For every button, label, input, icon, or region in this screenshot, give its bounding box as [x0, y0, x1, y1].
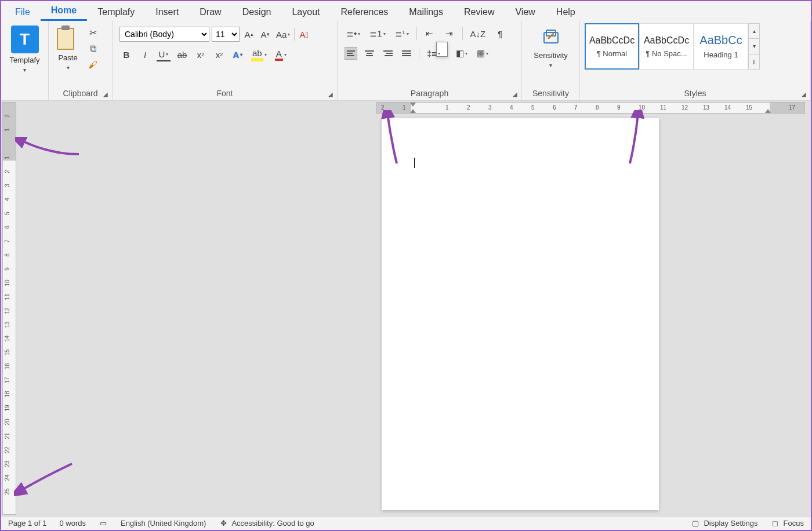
- paragraph-group-label: Paragraph: [342, 89, 517, 99]
- style-heading-1[interactable]: AaBbCc Heading 1: [694, 23, 748, 70]
- status-words[interactable]: 0 words: [60, 519, 86, 528]
- align-right-button[interactable]: [382, 47, 394, 60]
- font-launcher[interactable]: ◢: [327, 90, 335, 98]
- status-accessibility[interactable]: ✥Accessibility: Good to go: [219, 519, 314, 528]
- tab-help[interactable]: Help: [546, 3, 586, 21]
- chevron-down-icon: ▾: [549, 62, 552, 68]
- styles-scroll[interactable]: ▴ ▾ ⦊: [748, 23, 760, 70]
- borders-button[interactable]: ▦: [475, 46, 490, 60]
- style-no-spacing[interactable]: AaBbCcDc ¶ No Spac...: [639, 23, 694, 70]
- group-font: Calibri (Body) 11 A▴ A▾ Aa A⃠ B I U ab x…: [113, 21, 338, 100]
- status-page[interactable]: Page 1 of 1: [8, 519, 47, 528]
- tab-layout[interactable]: Layout: [281, 3, 330, 21]
- line-spacing-button[interactable]: ‡≡: [425, 46, 442, 60]
- font-name-select[interactable]: Calibri (Body): [119, 27, 209, 42]
- multilevel-button[interactable]: ≣¹: [393, 27, 411, 41]
- align-center-button[interactable]: [363, 47, 376, 60]
- tab-references[interactable]: References: [330, 3, 398, 21]
- annotation-arrow: [14, 461, 78, 496]
- styles-up-icon[interactable]: ▴: [749, 24, 759, 39]
- decrease-indent-button[interactable]: ⇤: [423, 27, 437, 41]
- subscript-button[interactable]: x2: [194, 48, 208, 61]
- clipboard-group-label: Clipboard: [53, 89, 107, 99]
- tab-mailings[interactable]: Mailings: [398, 3, 454, 21]
- format-painter-icon[interactable]: 🖌: [87, 59, 99, 71]
- align-left-button[interactable]: [345, 47, 357, 60]
- document-workspace: L 211234567891011121314151718 2112345678…: [2, 102, 810, 515]
- grow-font-button[interactable]: A▴: [242, 27, 256, 41]
- templafy-button[interactable]: T Templafy ▾: [6, 23, 43, 75]
- group-styles: AaBbCcDc ¶ Normal AaBbCcDc ¶ No Spac... …: [580, 21, 811, 100]
- numbering-button[interactable]: ≣1: [368, 27, 387, 41]
- text-cursor: [414, 158, 415, 168]
- right-indent-marker[interactable]: [765, 109, 771, 113]
- style-normal[interactable]: AaBbCcDc ¶ Normal: [585, 23, 639, 70]
- bold-button[interactable]: B: [119, 48, 133, 61]
- font-group-label: Font: [117, 89, 332, 99]
- tab-design[interactable]: Design: [232, 3, 282, 21]
- group-paragraph: ≣• ≣1 ≣¹ ⇤ ⇥ A↓Z ¶ ‡≡ ◧ ▦: [338, 21, 522, 100]
- bullets-button[interactable]: ≣•: [345, 27, 362, 41]
- paste-label: Paste: [58, 53, 77, 62]
- ribbon-tabs: File Home Templafy Insert Draw Design La…: [1, 1, 811, 21]
- styles-launcher[interactable]: ◢: [800, 90, 808, 98]
- strikethrough-button[interactable]: ab: [175, 48, 189, 61]
- annotation-arrow: [15, 137, 85, 160]
- ribbon: T Templafy ▾ Paste ▾ ✂ ⧉ 🖌 Clipboard ◢: [1, 21, 811, 101]
- tab-draw[interactable]: Draw: [189, 3, 231, 21]
- styles-group-label: Styles: [585, 89, 806, 99]
- tab-file[interactable]: File: [5, 3, 41, 21]
- status-spellcheck[interactable]: ▭: [99, 519, 108, 528]
- status-bar: Page 1 of 1 0 words ▭ English (United Ki…: [1, 516, 811, 530]
- templafy-icon: T: [11, 26, 39, 53]
- group-templafy: T Templafy ▾: [1, 21, 49, 100]
- styles-expand-icon[interactable]: ⦊: [749, 54, 759, 69]
- display-icon: ▢: [691, 519, 700, 528]
- underline-button[interactable]: U: [157, 48, 171, 61]
- highlight-button[interactable]: ab: [249, 48, 269, 61]
- paste-icon: [57, 26, 79, 51]
- clear-formatting-button[interactable]: A⃠: [297, 27, 311, 41]
- status-language[interactable]: English (United Kingdom): [121, 519, 206, 528]
- font-size-select[interactable]: 11: [212, 27, 240, 42]
- font-color-button[interactable]: A: [273, 48, 288, 61]
- text-effects-button[interactable]: A: [231, 48, 245, 61]
- shrink-font-button[interactable]: A▾: [258, 27, 272, 41]
- show-marks-button[interactable]: ¶: [493, 27, 507, 41]
- superscript-button[interactable]: x2: [212, 48, 226, 61]
- paragraph-launcher[interactable]: ◢: [511, 90, 519, 98]
- status-focus[interactable]: ◻Focus: [771, 519, 804, 528]
- tab-home[interactable]: Home: [41, 2, 87, 21]
- styles-down-icon[interactable]: ▾: [749, 39, 759, 54]
- vertical-ruler[interactable]: 2112345678910111213141516171819202122232…: [2, 102, 16, 515]
- status-display-settings[interactable]: ▢Display Settings: [691, 519, 757, 528]
- shading-button[interactable]: ◧: [454, 46, 469, 60]
- group-clipboard: Paste ▾ ✂ ⧉ 🖌 Clipboard ◢: [49, 21, 113, 100]
- tab-review[interactable]: Review: [454, 3, 505, 21]
- tab-templafy[interactable]: Templafy: [87, 3, 145, 21]
- focus-icon: ◻: [771, 519, 780, 528]
- italic-button[interactable]: I: [138, 48, 152, 61]
- templafy-label: Templafy: [9, 56, 39, 64]
- tab-insert[interactable]: Insert: [145, 3, 189, 21]
- increase-indent-button[interactable]: ⇥: [443, 27, 456, 41]
- sensitivity-group-label: Sensitivity: [527, 89, 575, 99]
- change-case-button[interactable]: Aa: [274, 27, 292, 41]
- paste-button[interactable]: Paste ▾: [53, 23, 82, 73]
- sensitivity-button[interactable]: Sensitivity ▾: [530, 23, 571, 71]
- copy-icon[interactable]: ⧉: [87, 43, 99, 54]
- clipboard-launcher[interactable]: ◢: [102, 90, 110, 98]
- sensitivity-icon: [539, 26, 563, 49]
- hanging-indent-marker[interactable]: [410, 109, 416, 113]
- justify-button[interactable]: [400, 47, 413, 60]
- sort-button[interactable]: A↓Z: [469, 27, 488, 41]
- cut-icon[interactable]: ✂: [87, 27, 99, 38]
- chevron-down-icon: ▾: [67, 64, 70, 71]
- horizontal-ruler[interactable]: 211234567891011121314151718: [376, 102, 805, 114]
- document-page[interactable]: [382, 118, 659, 510]
- group-sensitivity: Sensitivity ▾ Sensitivity: [522, 21, 580, 100]
- first-line-indent-marker[interactable]: [410, 103, 416, 107]
- tab-view[interactable]: View: [505, 3, 545, 21]
- sensitivity-label: Sensitivity: [534, 51, 568, 60]
- chevron-down-icon: ▾: [23, 67, 26, 73]
